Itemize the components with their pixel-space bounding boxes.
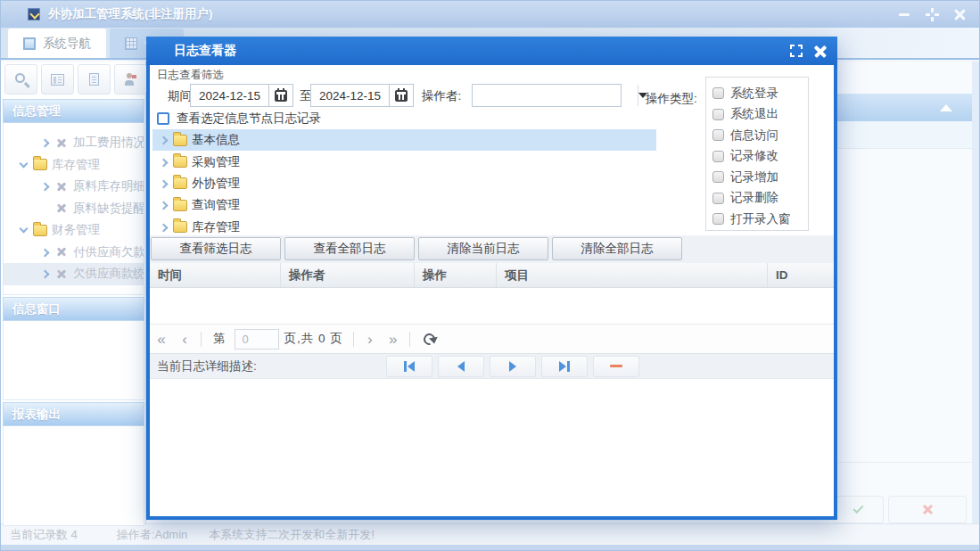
tree-item[interactable]: 基本信息 <box>152 129 656 151</box>
next-record-button[interactable] <box>490 356 536 377</box>
document-button[interactable] <box>78 64 111 95</box>
restore-icon[interactable] <box>926 8 939 21</box>
table-column-header[interactable]: ID <box>768 263 834 287</box>
tree-item[interactable]: 库存管理 <box>4 154 144 177</box>
delete-record-button[interactable] <box>593 356 639 377</box>
log-viewer-dialog: 日志查看器 日志查看筛选 期间: 至 操作者: 操作类型: <box>146 37 837 520</box>
tree-item[interactable]: 原料缺货提醒 <box>4 198 144 220</box>
tree-node-icon <box>33 159 47 170</box>
tree-expand-icon[interactable] <box>18 224 30 236</box>
tree-expand-icon[interactable] <box>158 177 170 190</box>
table-column-header[interactable]: 时间 <box>150 263 281 287</box>
tree-item[interactable]: 原料库存明细 <box>4 176 144 198</box>
checkbox-icon[interactable] <box>712 151 724 162</box>
op-type-option[interactable]: 系统登录 <box>712 83 808 104</box>
detail-text-area[interactable] <box>150 379 834 516</box>
minimize-icon[interactable] <box>898 8 911 21</box>
tree-item[interactable]: 采购管理 <box>152 151 656 172</box>
refresh-icon[interactable] <box>421 331 437 347</box>
tree-expand-icon[interactable] <box>158 199 170 211</box>
tree-item-label: 库存管理 <box>52 157 100 173</box>
action-button[interactable]: 清除全部日志 <box>552 237 682 260</box>
tree-expand-icon[interactable] <box>39 267 52 280</box>
checkbox-icon[interactable] <box>712 129 724 141</box>
last-record-icon <box>559 361 566 372</box>
next-page-button[interactable]: › <box>358 332 382 347</box>
op-type-option-label: 系统退出 <box>730 106 778 122</box>
tree-expand-icon[interactable] <box>158 221 170 234</box>
tree-expand-icon[interactable] <box>158 134 170 146</box>
tree-item[interactable]: 查询管理 <box>152 194 656 216</box>
table-column-header[interactable]: 项目 <box>497 263 768 287</box>
sidebar-section-info-management[interactable]: 信息管理 <box>3 99 144 123</box>
operator-input[interactable] <box>473 85 638 106</box>
op-type-option-label: 记录删除 <box>730 190 778 206</box>
op-type-option[interactable]: 记录增加 <box>712 167 808 188</box>
pager-divider <box>201 332 202 347</box>
folder-icon <box>173 177 187 189</box>
tree-item[interactable]: 加工费用情况 <box>4 132 144 154</box>
tree-expand-icon[interactable] <box>18 159 30 171</box>
checkbox-icon[interactable] <box>157 112 169 125</box>
folder-icon <box>173 221 187 233</box>
first-page-button[interactable]: « <box>150 332 173 347</box>
record-nav-cluster <box>386 356 639 377</box>
sidebar-section-info-window[interactable]: 信息窗口 <box>3 297 144 321</box>
cancel-button[interactable] <box>888 496 967 523</box>
tree-item[interactable]: 欠供应商款统计 <box>4 263 144 285</box>
tree-expand-icon[interactable] <box>158 156 170 169</box>
op-type-option[interactable]: 信息访问 <box>712 125 808 146</box>
checkbox-icon[interactable] <box>712 193 724 204</box>
node-log-checkbox-row[interactable]: 查看选定信息节点日志记录 <box>157 111 321 127</box>
checkbox-icon[interactable] <box>712 171 724 183</box>
user-button[interactable] <box>114 64 147 95</box>
checkbox-icon[interactable] <box>712 109 724 120</box>
action-button[interactable]: 查看筛选日志 <box>151 237 281 260</box>
confirm-button[interactable] <box>833 496 884 523</box>
op-type-option[interactable]: 记录删除 <box>712 188 808 210</box>
app-logo-icon <box>28 8 40 21</box>
card-list-button[interactable] <box>41 64 74 95</box>
first-record-button[interactable] <box>386 356 432 377</box>
tree-expand-icon[interactable] <box>39 136 52 149</box>
op-type-option[interactable]: 打开录入窗 <box>712 209 808 230</box>
tree-item[interactable]: 财务管理 <box>4 219 144 242</box>
action-button[interactable]: 清除当前日志 <box>418 237 548 260</box>
tree-item-label: 原料缺货提醒 <box>73 201 144 217</box>
op-type-option[interactable]: 系统退出 <box>712 104 808 126</box>
page-number-input[interactable] <box>235 329 279 350</box>
tree-item-label: 欠供应商款统计 <box>73 266 144 282</box>
date-to-input[interactable] <box>310 84 390 107</box>
op-type-option[interactable]: 记录修改 <box>712 146 808 168</box>
tree-item[interactable]: 外协管理 <box>152 173 656 194</box>
prev-page-button[interactable]: ‹ <box>173 332 196 347</box>
sidebar-section-report-output[interactable]: 报表输出 <box>3 402 144 426</box>
node-checkbox-label: 查看选定信息节点日志记录 <box>177 111 321 127</box>
tree-expand-icon[interactable] <box>39 202 52 215</box>
tree-expand-icon[interactable] <box>39 246 52 259</box>
window-controls <box>898 8 967 21</box>
date-to-calendar-button[interactable] <box>390 84 414 107</box>
tab-label: 系统导航 <box>43 36 91 52</box>
checkbox-icon[interactable] <box>712 213 724 225</box>
pager-divider <box>353 332 354 347</box>
page-prefix-label: 第 <box>213 331 226 347</box>
date-from-calendar-button[interactable] <box>269 84 293 107</box>
search-button[interactable] <box>4 64 37 95</box>
first-record-icon <box>408 361 415 372</box>
tab-system-navigation[interactable]: 系统导航 <box>8 29 106 58</box>
prev-record-button[interactable] <box>438 356 484 377</box>
tree-expand-icon[interactable] <box>39 180 52 193</box>
last-page-button[interactable]: » <box>382 332 405 347</box>
table-column-header[interactable]: 操作者 <box>281 263 415 287</box>
close-icon[interactable] <box>953 8 967 21</box>
checkbox-icon[interactable] <box>712 87 724 99</box>
table-column-header[interactable]: 操作 <box>415 263 497 287</box>
action-button[interactable]: 查看全部日志 <box>284 237 415 260</box>
tree-item[interactable]: 付供应商欠款查询 <box>4 242 144 264</box>
dialog-close-icon[interactable] <box>814 45 827 57</box>
date-from-input[interactable] <box>190 84 269 107</box>
collapse-up-icon[interactable] <box>940 104 952 111</box>
maximize-icon[interactable] <box>790 45 803 57</box>
last-record-button[interactable] <box>541 356 588 377</box>
